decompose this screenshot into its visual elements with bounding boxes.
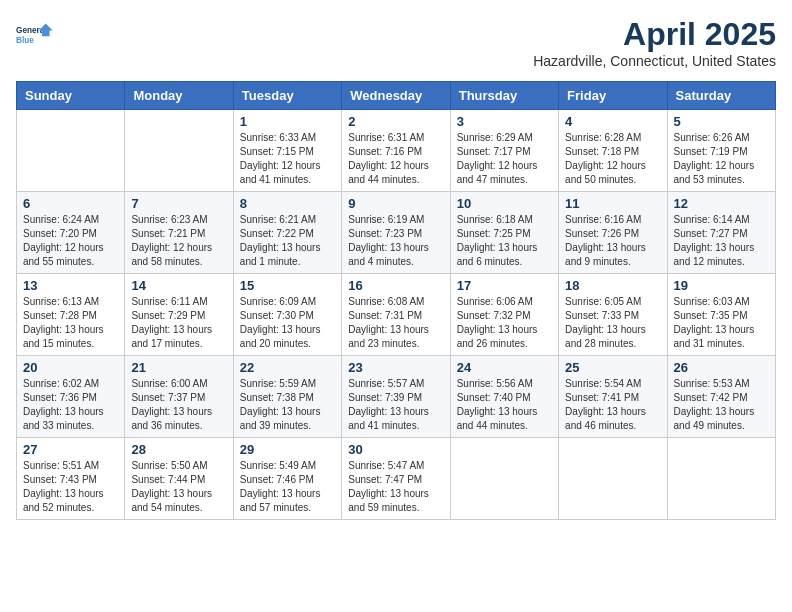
- calendar-cell: [17, 110, 125, 192]
- calendar-cell: 4 Sunrise: 6:28 AMSunset: 7:18 PMDayligh…: [559, 110, 667, 192]
- calendar-cell: 27 Sunrise: 5:51 AMSunset: 7:43 PMDaylig…: [17, 438, 125, 520]
- calendar-cell: 28 Sunrise: 5:50 AMSunset: 7:44 PMDaylig…: [125, 438, 233, 520]
- day-info: Sunrise: 5:50 AMSunset: 7:44 PMDaylight:…: [131, 459, 226, 515]
- location: Hazardville, Connecticut, United States: [533, 53, 776, 69]
- day-info: Sunrise: 6:26 AMSunset: 7:19 PMDaylight:…: [674, 131, 769, 187]
- day-info: Sunrise: 6:00 AMSunset: 7:37 PMDaylight:…: [131, 377, 226, 433]
- day-info: Sunrise: 5:53 AMSunset: 7:42 PMDaylight:…: [674, 377, 769, 433]
- day-info: Sunrise: 5:54 AMSunset: 7:41 PMDaylight:…: [565, 377, 660, 433]
- day-number: 27: [23, 442, 118, 457]
- day-info: Sunrise: 5:59 AMSunset: 7:38 PMDaylight:…: [240, 377, 335, 433]
- page-header: General Blue April 2025 Hazardville, Con…: [16, 16, 776, 69]
- calendar-cell: 26 Sunrise: 5:53 AMSunset: 7:42 PMDaylig…: [667, 356, 775, 438]
- weekday-header-wednesday: Wednesday: [342, 82, 450, 110]
- day-number: 19: [674, 278, 769, 293]
- week-row-5: 27 Sunrise: 5:51 AMSunset: 7:43 PMDaylig…: [17, 438, 776, 520]
- calendar-cell: 15 Sunrise: 6:09 AMSunset: 7:30 PMDaylig…: [233, 274, 341, 356]
- day-info: Sunrise: 6:02 AMSunset: 7:36 PMDaylight:…: [23, 377, 118, 433]
- day-info: Sunrise: 5:49 AMSunset: 7:46 PMDaylight:…: [240, 459, 335, 515]
- calendar-cell: 20 Sunrise: 6:02 AMSunset: 7:36 PMDaylig…: [17, 356, 125, 438]
- calendar-cell: 29 Sunrise: 5:49 AMSunset: 7:46 PMDaylig…: [233, 438, 341, 520]
- day-info: Sunrise: 5:51 AMSunset: 7:43 PMDaylight:…: [23, 459, 118, 515]
- calendar-cell: 18 Sunrise: 6:05 AMSunset: 7:33 PMDaylig…: [559, 274, 667, 356]
- day-number: 3: [457, 114, 552, 129]
- day-number: 18: [565, 278, 660, 293]
- weekday-header-thursday: Thursday: [450, 82, 558, 110]
- day-number: 6: [23, 196, 118, 211]
- logo: General Blue: [16, 16, 54, 54]
- calendar-cell: [125, 110, 233, 192]
- calendar-cell: 11 Sunrise: 6:16 AMSunset: 7:26 PMDaylig…: [559, 192, 667, 274]
- day-info: Sunrise: 6:23 AMSunset: 7:21 PMDaylight:…: [131, 213, 226, 269]
- day-info: Sunrise: 6:19 AMSunset: 7:23 PMDaylight:…: [348, 213, 443, 269]
- day-number: 17: [457, 278, 552, 293]
- calendar-cell: 25 Sunrise: 5:54 AMSunset: 7:41 PMDaylig…: [559, 356, 667, 438]
- weekday-header-sunday: Sunday: [17, 82, 125, 110]
- calendar-cell: 7 Sunrise: 6:23 AMSunset: 7:21 PMDayligh…: [125, 192, 233, 274]
- day-number: 14: [131, 278, 226, 293]
- calendar-cell: 9 Sunrise: 6:19 AMSunset: 7:23 PMDayligh…: [342, 192, 450, 274]
- day-info: Sunrise: 6:16 AMSunset: 7:26 PMDaylight:…: [565, 213, 660, 269]
- logo-icon: General Blue: [16, 16, 54, 54]
- day-info: Sunrise: 5:56 AMSunset: 7:40 PMDaylight:…: [457, 377, 552, 433]
- day-info: Sunrise: 6:28 AMSunset: 7:18 PMDaylight:…: [565, 131, 660, 187]
- day-info: Sunrise: 6:33 AMSunset: 7:15 PMDaylight:…: [240, 131, 335, 187]
- calendar-cell: [667, 438, 775, 520]
- day-number: 15: [240, 278, 335, 293]
- day-info: Sunrise: 5:47 AMSunset: 7:47 PMDaylight:…: [348, 459, 443, 515]
- weekday-header-friday: Friday: [559, 82, 667, 110]
- calendar-cell: 19 Sunrise: 6:03 AMSunset: 7:35 PMDaylig…: [667, 274, 775, 356]
- day-info: Sunrise: 6:09 AMSunset: 7:30 PMDaylight:…: [240, 295, 335, 351]
- day-number: 7: [131, 196, 226, 211]
- day-info: Sunrise: 6:21 AMSunset: 7:22 PMDaylight:…: [240, 213, 335, 269]
- day-number: 23: [348, 360, 443, 375]
- week-row-4: 20 Sunrise: 6:02 AMSunset: 7:36 PMDaylig…: [17, 356, 776, 438]
- weekday-header-monday: Monday: [125, 82, 233, 110]
- calendar-cell: 21 Sunrise: 6:00 AMSunset: 7:37 PMDaylig…: [125, 356, 233, 438]
- day-info: Sunrise: 6:29 AMSunset: 7:17 PMDaylight:…: [457, 131, 552, 187]
- calendar-cell: [450, 438, 558, 520]
- day-info: Sunrise: 6:06 AMSunset: 7:32 PMDaylight:…: [457, 295, 552, 351]
- calendar-cell: 17 Sunrise: 6:06 AMSunset: 7:32 PMDaylig…: [450, 274, 558, 356]
- day-info: Sunrise: 6:05 AMSunset: 7:33 PMDaylight:…: [565, 295, 660, 351]
- calendar-cell: 13 Sunrise: 6:13 AMSunset: 7:28 PMDaylig…: [17, 274, 125, 356]
- day-info: Sunrise: 5:57 AMSunset: 7:39 PMDaylight:…: [348, 377, 443, 433]
- day-number: 22: [240, 360, 335, 375]
- week-row-2: 6 Sunrise: 6:24 AMSunset: 7:20 PMDayligh…: [17, 192, 776, 274]
- calendar-cell: 22 Sunrise: 5:59 AMSunset: 7:38 PMDaylig…: [233, 356, 341, 438]
- calendar-cell: 12 Sunrise: 6:14 AMSunset: 7:27 PMDaylig…: [667, 192, 775, 274]
- day-info: Sunrise: 6:24 AMSunset: 7:20 PMDaylight:…: [23, 213, 118, 269]
- calendar-table: SundayMondayTuesdayWednesdayThursdayFrid…: [16, 81, 776, 520]
- month-title: April 2025: [533, 16, 776, 53]
- day-number: 24: [457, 360, 552, 375]
- calendar-cell: 8 Sunrise: 6:21 AMSunset: 7:22 PMDayligh…: [233, 192, 341, 274]
- day-number: 10: [457, 196, 552, 211]
- day-number: 20: [23, 360, 118, 375]
- day-number: 1: [240, 114, 335, 129]
- day-number: 28: [131, 442, 226, 457]
- day-info: Sunrise: 6:31 AMSunset: 7:16 PMDaylight:…: [348, 131, 443, 187]
- calendar-cell: 23 Sunrise: 5:57 AMSunset: 7:39 PMDaylig…: [342, 356, 450, 438]
- title-block: April 2025 Hazardville, Connecticut, Uni…: [533, 16, 776, 69]
- day-number: 9: [348, 196, 443, 211]
- day-number: 13: [23, 278, 118, 293]
- day-number: 29: [240, 442, 335, 457]
- day-number: 26: [674, 360, 769, 375]
- weekday-header-row: SundayMondayTuesdayWednesdayThursdayFrid…: [17, 82, 776, 110]
- calendar-cell: 6 Sunrise: 6:24 AMSunset: 7:20 PMDayligh…: [17, 192, 125, 274]
- calendar-cell: 10 Sunrise: 6:18 AMSunset: 7:25 PMDaylig…: [450, 192, 558, 274]
- week-row-3: 13 Sunrise: 6:13 AMSunset: 7:28 PMDaylig…: [17, 274, 776, 356]
- day-info: Sunrise: 6:08 AMSunset: 7:31 PMDaylight:…: [348, 295, 443, 351]
- calendar-cell: [559, 438, 667, 520]
- day-number: 16: [348, 278, 443, 293]
- day-number: 8: [240, 196, 335, 211]
- weekday-header-tuesday: Tuesday: [233, 82, 341, 110]
- svg-text:Blue: Blue: [16, 36, 34, 45]
- weekday-header-saturday: Saturday: [667, 82, 775, 110]
- calendar-cell: 2 Sunrise: 6:31 AMSunset: 7:16 PMDayligh…: [342, 110, 450, 192]
- calendar-cell: 14 Sunrise: 6:11 AMSunset: 7:29 PMDaylig…: [125, 274, 233, 356]
- day-number: 4: [565, 114, 660, 129]
- day-number: 5: [674, 114, 769, 129]
- day-number: 12: [674, 196, 769, 211]
- calendar-cell: 1 Sunrise: 6:33 AMSunset: 7:15 PMDayligh…: [233, 110, 341, 192]
